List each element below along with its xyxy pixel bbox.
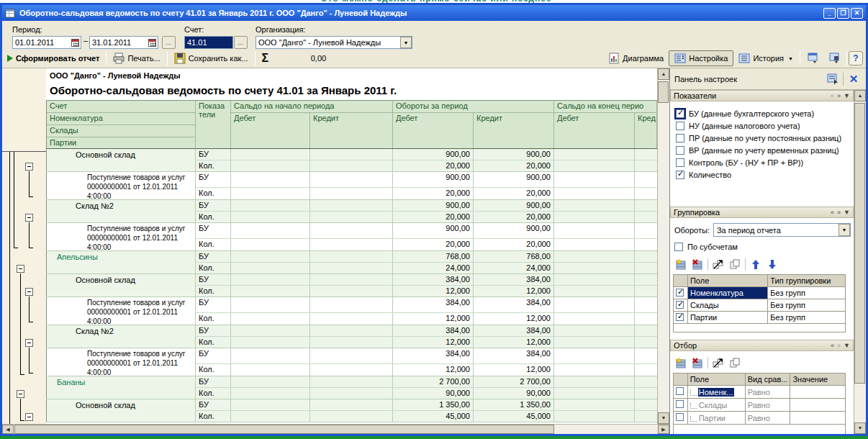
chevron-right-icon[interactable]: »	[837, 342, 841, 349]
account-ellipsis-button[interactable]: ...	[234, 36, 248, 49]
checkbox-icon[interactable]	[676, 289, 684, 297]
grouping-row[interactable]: НоменклатураБез групп	[674, 287, 846, 299]
help-button[interactable]: ?	[849, 51, 863, 65]
scrollbar-thumb[interactable]	[14, 425, 554, 434]
indicator-checkbox-row[interactable]: Контроль (БУ - (НУ + ПР + ВР))	[670, 156, 854, 168]
panel-vertical-scrollbar[interactable]: ▲ ▼	[854, 90, 866, 434]
all-button[interactable]	[712, 357, 725, 369]
filter-row[interactable]: СкладыРавно	[674, 399, 846, 412]
chevron-left-icon[interactable]: «	[831, 209, 834, 216]
filter-value[interactable]	[790, 399, 846, 412]
checkbox-icon[interactable]	[676, 158, 684, 167]
checkbox-icon[interactable]	[676, 313, 684, 321]
checkbox-icon[interactable]	[674, 243, 683, 251]
print-button[interactable]: Печать...	[108, 50, 165, 66]
filter-field[interactable]: Партии	[698, 414, 726, 422]
date-from-field[interactable]: 01.01.2011	[12, 36, 81, 49]
section-filter-header[interactable]: Отбор « » ▼	[670, 340, 854, 351]
grouping-field[interactable]: Партии	[687, 312, 767, 324]
filter-field[interactable]: Склады	[698, 401, 728, 409]
column-header[interactable]: Поле	[687, 374, 745, 386]
chevron-left-icon[interactable]: «	[831, 342, 834, 349]
checkbox-icon[interactable]	[676, 109, 684, 118]
chevron-down-icon[interactable]: ▼	[844, 92, 850, 99]
chevron-left-icon[interactable]: «	[831, 92, 834, 99]
panel-settings-button[interactable]	[825, 72, 841, 86]
grouping-type[interactable]: Без групп	[768, 287, 846, 299]
scroll-right-icon[interactable]: ▶	[658, 425, 669, 434]
section-indicators-header[interactable]: Показатели « » ▼	[670, 90, 854, 101]
del-button[interactable]	[691, 258, 704, 271]
section-grouping-header[interactable]: Группировка « » ▼	[670, 207, 854, 218]
generate-report-button[interactable]: Сформировать отчет	[2, 50, 104, 66]
turnovers-combo[interactable]: За период отчета ▼	[713, 223, 851, 237]
filter-row[interactable]: Номенк...Равно	[674, 386, 846, 399]
scroll-up-icon[interactable]: ▲	[658, 68, 669, 80]
grouping-row[interactable]: СкладыБез групп	[674, 299, 846, 312]
column-header[interactable]: Значение	[790, 374, 846, 386]
add-button[interactable]	[674, 357, 687, 369]
checkbox-icon[interactable]	[676, 413, 684, 421]
panel-close-icon[interactable]: ✕	[846, 73, 862, 86]
save-settings-button[interactable]	[823, 50, 845, 66]
history-button[interactable]: История ▼	[733, 50, 798, 66]
report-vertical-scrollbar[interactable]: ▲ ▼	[657, 68, 669, 424]
filter-value[interactable]	[790, 412, 846, 425]
grouping-field[interactable]: Номенклатура	[687, 287, 767, 299]
del-button[interactable]	[691, 357, 704, 369]
filter-row[interactable]: ПартииРавно	[674, 412, 846, 425]
checkbox-icon[interactable]	[676, 387, 684, 395]
filter-condition[interactable]: Равно	[745, 412, 790, 425]
save-as-button[interactable]: Сохранить как...	[169, 50, 253, 66]
settings-button[interactable]: Настройка	[669, 50, 733, 66]
copy-button[interactable]	[728, 357, 741, 369]
chevron-down-icon[interactable]: ▼	[844, 342, 850, 349]
report-horizontal-scrollbar[interactable]: ◀ ▶	[2, 424, 669, 434]
chevron-down-icon[interactable]: ▼	[400, 37, 412, 48]
chevron-down-icon[interactable]: ▼	[844, 209, 850, 216]
tree-collapse-toggle[interactable]	[25, 163, 33, 171]
chevron-down-icon[interactable]: ▼	[838, 224, 850, 236]
tree-collapse-toggle[interactable]	[17, 265, 24, 273]
tree-collapse-toggle[interactable]	[25, 214, 33, 222]
minimize-button[interactable]: _	[823, 8, 836, 19]
maximize-button[interactable]: ❐	[837, 8, 849, 19]
scroll-down-icon[interactable]: ▼	[658, 412, 669, 424]
grouping-row[interactable]: ПартииБез групп	[674, 312, 846, 324]
titlebar[interactable]: Оборотно-сальдовая ведомость по счету 41…	[2, 5, 866, 21]
indicator-checkbox-row[interactable]: НУ (данные налогового учета)	[670, 119, 854, 132]
tree-collapse-toggle[interactable]	[25, 413, 33, 421]
filter-condition[interactable]: Равно	[745, 386, 790, 399]
copy-button[interactable]	[728, 258, 741, 271]
grouping-field[interactable]: Склады	[687, 299, 767, 312]
checkbox-icon[interactable]	[676, 134, 684, 142]
tree-collapse-toggle[interactable]	[25, 288, 33, 296]
account-field[interactable]: 41.01	[184, 36, 233, 49]
checkbox-icon[interactable]	[676, 171, 684, 179]
column-header[interactable]: Вид срав...	[745, 374, 790, 386]
filter-value[interactable]	[790, 386, 846, 399]
scrollbar-thumb[interactable]	[854, 103, 865, 384]
indicator-checkbox-row[interactable]: Количество	[670, 168, 854, 181]
close-button[interactable]: ✕	[851, 8, 863, 19]
scrollbar-thumb[interactable]	[658, 81, 669, 103]
scroll-up-icon[interactable]: ▲	[854, 90, 866, 101]
diagram-button[interactable]: Диаграмма	[603, 50, 669, 66]
column-header[interactable]: Поле	[687, 275, 767, 287]
tree-collapse-toggle[interactable]	[17, 390, 24, 398]
filter-condition[interactable]: Равно	[745, 399, 790, 412]
indicator-checkbox-row[interactable]: ВР (данные по учету временных разниц)	[670, 144, 854, 156]
grouping-type[interactable]: Без групп	[768, 299, 846, 312]
add-button[interactable]	[674, 258, 687, 271]
calendar-icon[interactable]	[71, 39, 79, 47]
organization-combo[interactable]: ООО "Данго" - Луневой Надежды ▼	[256, 36, 412, 49]
by-subaccounts-checkbox[interactable]: По субсчетам	[670, 240, 854, 253]
scroll-down-icon[interactable]: ▼	[854, 422, 866, 434]
column-header[interactable]: Тип группировки	[768, 275, 846, 287]
date-to-field[interactable]: 31.01.2011	[89, 36, 158, 49]
indicator-checkbox-row[interactable]: ПР (данные по учету постоянных разниц)	[670, 132, 854, 144]
tree-collapse-toggle[interactable]	[25, 339, 33, 347]
down-button[interactable]	[766, 258, 779, 271]
grouping-type[interactable]: Без групп	[768, 312, 846, 324]
checkbox-icon[interactable]	[676, 146, 684, 155]
